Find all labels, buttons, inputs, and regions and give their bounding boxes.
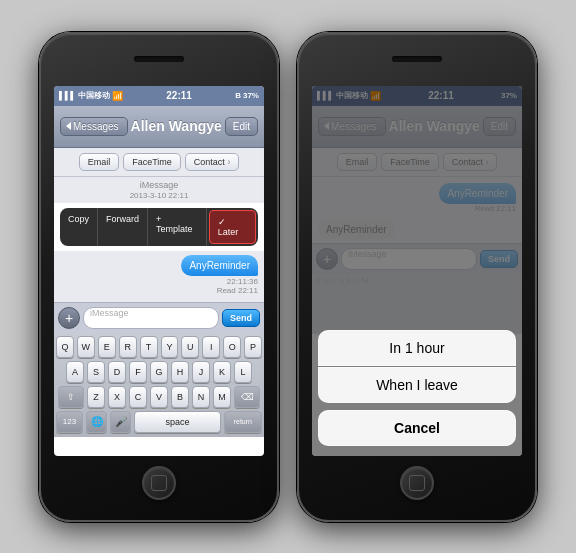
- key-delete[interactable]: ⌫: [234, 386, 260, 408]
- template-button[interactable]: + Template: [148, 208, 207, 246]
- key-mic[interactable]: 🎤: [110, 411, 131, 433]
- iphone-right: ▌▌▌ 中国移动 📶 22:11 37% Messages Allen Wang…: [297, 32, 537, 522]
- key-i[interactable]: I: [202, 336, 220, 358]
- key-space[interactable]: space: [134, 411, 220, 433]
- message-input-left[interactable]: iMessage: [83, 307, 219, 329]
- key-return[interactable]: return: [224, 411, 262, 433]
- bubble-row-right: AnyReminder 22:11:36 Read 22:11: [60, 255, 258, 295]
- key-j[interactable]: J: [192, 361, 210, 383]
- status-bar-left: ▌▌▌ 中国移动 📶 22:11 B 37%: [54, 86, 264, 106]
- key-b[interactable]: B: [171, 386, 189, 408]
- iphone-left: ▌▌▌ 中国移动 📶 22:11 B 37% Messages Allen Wa…: [39, 32, 279, 522]
- key-x[interactable]: X: [108, 386, 126, 408]
- cancel-button-right[interactable]: Cancel: [318, 410, 516, 446]
- key-m[interactable]: M: [213, 386, 231, 408]
- add-button[interactable]: +: [58, 307, 80, 329]
- context-menu-area: Copy Forward + Template ✓ Later: [54, 203, 264, 251]
- key-c[interactable]: C: [129, 386, 147, 408]
- contact-chevron-icon: ›: [227, 157, 230, 167]
- back-label-left: Messages: [73, 121, 119, 132]
- key-k[interactable]: K: [213, 361, 231, 383]
- kb-row-1: Q W E R T Y U I O P: [56, 336, 262, 358]
- key-r[interactable]: R: [119, 336, 137, 358]
- time-label: 22:11: [166, 90, 192, 101]
- bubble-time: 22:11:36: [181, 277, 258, 286]
- kb-row-2: A S D F G H J K L: [56, 361, 262, 383]
- back-button-left[interactable]: Messages: [60, 117, 128, 136]
- home-button-inner-right: [409, 475, 425, 491]
- key-s[interactable]: S: [87, 361, 105, 383]
- edit-button-left[interactable]: Edit: [225, 117, 258, 136]
- home-button-right[interactable]: [400, 466, 434, 500]
- message-bubble: AnyReminder 22:11:36 Read 22:11: [181, 255, 258, 295]
- input-row-left: + iMessage Send: [54, 302, 264, 333]
- later-button[interactable]: ✓ Later: [209, 210, 256, 244]
- when-i-leave-button[interactable]: When I leave: [318, 367, 516, 403]
- screen-right: ▌▌▌ 中国移动 📶 22:11 37% Messages Allen Wang…: [312, 86, 522, 456]
- action-sheet-overlay: In 1 hour When I leave Cancel: [312, 86, 522, 456]
- nav-bar-left: Messages Allen Wangye Edit: [54, 106, 264, 148]
- timestamp-left: 2013-3-10 22:11: [54, 191, 264, 203]
- carrier-label: 中国移动: [78, 90, 110, 101]
- facetime-button[interactable]: FaceTime: [123, 153, 181, 171]
- copy-button[interactable]: Copy: [60, 208, 98, 246]
- kb-row-3: ⇧ Z X C V B N M ⌫: [56, 386, 262, 408]
- key-y[interactable]: Y: [161, 336, 179, 358]
- key-g[interactable]: G: [150, 361, 168, 383]
- key-e[interactable]: E: [98, 336, 116, 358]
- battery-label: 37%: [243, 91, 259, 100]
- read-label-left: Read 22:11: [181, 286, 258, 295]
- key-q[interactable]: Q: [56, 336, 74, 358]
- key-z[interactable]: Z: [87, 386, 105, 408]
- bubble-blue: AnyReminder: [181, 255, 258, 276]
- nav-title-left: Allen Wangye: [131, 118, 222, 134]
- scene: ▌▌▌ 中国移动 📶 22:11 B 37% Messages Allen Wa…: [19, 12, 557, 542]
- signal-icon: ▌▌▌: [59, 91, 76, 100]
- email-button[interactable]: Email: [79, 153, 120, 171]
- key-t[interactable]: T: [140, 336, 158, 358]
- key-v[interactable]: V: [150, 386, 168, 408]
- key-shift[interactable]: ⇧: [58, 386, 84, 408]
- home-button-inner-left: [151, 475, 167, 491]
- messages-area-left: AnyReminder 22:11:36 Read 22:11: [54, 251, 264, 302]
- key-o[interactable]: O: [223, 336, 241, 358]
- key-n[interactable]: N: [192, 386, 210, 408]
- contact-row-left: Email FaceTime Contact ›: [54, 148, 264, 177]
- key-h[interactable]: H: [171, 361, 189, 383]
- send-button-left[interactable]: Send: [222, 309, 260, 327]
- bluetooth-icon: B: [235, 91, 241, 100]
- home-button-left[interactable]: [142, 466, 176, 500]
- kb-row-bottom: 123 🌐 🎤 space return: [56, 411, 262, 433]
- key-l[interactable]: L: [234, 361, 252, 383]
- key-p[interactable]: P: [244, 336, 262, 358]
- back-chevron-icon: [66, 122, 71, 130]
- key-123[interactable]: 123: [56, 411, 83, 433]
- key-u[interactable]: U: [181, 336, 199, 358]
- wifi-icon: 📶: [112, 91, 123, 101]
- imessage-label-left: iMessage: [54, 177, 264, 191]
- keyboard-left: Q W E R T Y U I O P A S D F G H: [54, 333, 264, 437]
- key-a[interactable]: A: [66, 361, 84, 383]
- in-1-hour-button[interactable]: In 1 hour: [318, 330, 516, 366]
- key-globe[interactable]: 🌐: [86, 411, 107, 433]
- context-menu: Copy Forward + Template ✓ Later: [60, 208, 258, 246]
- key-f[interactable]: F: [129, 361, 147, 383]
- contact-button[interactable]: Contact ›: [185, 153, 240, 171]
- key-w[interactable]: W: [77, 336, 95, 358]
- key-d[interactable]: D: [108, 361, 126, 383]
- forward-button[interactable]: Forward: [98, 208, 148, 246]
- screen-left: ▌▌▌ 中国移动 📶 22:11 B 37% Messages Allen Wa…: [54, 86, 264, 456]
- action-sheet: In 1 hour When I leave Cancel: [318, 330, 516, 446]
